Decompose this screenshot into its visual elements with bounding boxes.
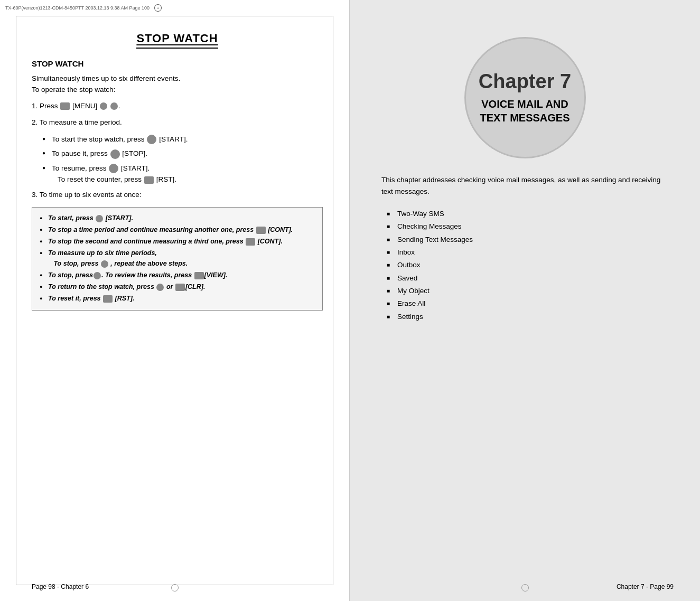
menu-icon (60, 102, 70, 110)
section-title: STOP WATCH (32, 59, 323, 68)
topic-my-object: My Object (387, 285, 668, 297)
instruction-item-7: To reset it, press [RST]. (40, 293, 315, 304)
left-page: TX-60P(verizon)1213-CDM-8450PTT 2003.12.… (0, 0, 350, 601)
cont-icon-1 (256, 227, 266, 234)
topic-sending-text: Sending Text Messages (387, 233, 668, 246)
step3: 3. To time up to six events at once: (32, 190, 323, 201)
left-page-footer: Page 98 - Chapter 6 (32, 583, 89, 590)
intro-text: Simultaneously times up to six different… (32, 73, 323, 96)
instruction-list: To start, press [START]. To stop a time … (40, 213, 315, 304)
right-page: Chapter 7 VOICE MAIL AND TEXT MESSAGES T… (350, 0, 700, 601)
bullet-item-3: To resume, press [START]. To reset the c… (42, 163, 323, 185)
registration-mark: + (154, 4, 162, 12)
crop-mark-bottom (171, 584, 179, 591)
start-icon (147, 135, 156, 144)
instruction-item-5: To stop, press. To review the results, p… (40, 270, 315, 280)
chapter-topics-list: Two-Way SMS Checking Messages Sending Te… (387, 208, 668, 323)
title-underline: STOP WATCH (136, 32, 218, 49)
step2-bullets: To start the stop watch, press [START]. … (42, 134, 323, 185)
topic-two-way-sms: Two-Way SMS (387, 208, 668, 220)
instruction-item-2: To stop a time period and continue measu… (40, 224, 315, 235)
right-content: This chapter addresses checking voice ma… (376, 174, 674, 323)
instruction-item-4: To measure up to six time periods, To st… (40, 248, 315, 269)
print-info: TX-60P(verizon)1213-CDM-8450PTT 2003.12.… (5, 5, 150, 11)
step1: 1. Press [MENU] . (32, 101, 323, 112)
topic-checking-messages: Checking Messages (387, 220, 668, 233)
rst-icon (144, 176, 154, 184)
chapter-subtitle: VOICE MAIL AND TEXT MESSAGES (480, 97, 570, 125)
instruction-item-3: To stop the second and continue measurin… (40, 236, 315, 247)
print-header: TX-60P(verizon)1213-CDM-8450PTT 2003.12.… (0, 4, 349, 12)
right-intro-text: This chapter addresses checking voice ma… (381, 174, 668, 197)
clr-icon (175, 284, 185, 291)
step2: 2. To measure a time period. (32, 117, 323, 128)
page-title: STOP WATCH (136, 32, 218, 45)
instruction-item-1: To start, press [START]. (40, 213, 315, 223)
title-section: STOP WATCH (32, 32, 323, 49)
topic-outbox: Outbox (387, 259, 668, 271)
cont-icon-2 (246, 238, 255, 246)
topic-erase-all: Erase All (387, 297, 668, 310)
stop-btn-icon (101, 260, 108, 268)
chapter-circle: Chapter 7 VOICE MAIL AND TEXT MESSAGES (464, 37, 586, 158)
bullet-item-2: To pause it, press [STOP]. (42, 148, 323, 159)
right-page-footer: Chapter 7 - Page 99 (617, 583, 674, 590)
return-icon (156, 284, 164, 291)
crop-mark-bottom-right (521, 584, 529, 591)
chapter-badge-wrapper: Chapter 7 VOICE MAIL AND TEXT MESSAGES (376, 37, 674, 158)
instruction-item-6: To return to the stop watch, press or [C… (40, 281, 315, 292)
rst-btn-icon (103, 295, 113, 303)
key-icon-1 (100, 102, 107, 110)
start-btn-icon (96, 215, 103, 222)
stop-btn-icon-2 (94, 272, 101, 279)
topic-saved: Saved (387, 272, 668, 285)
bullet-item-1: To start the stop watch, press [START]. (42, 134, 323, 145)
stop-icon (110, 149, 120, 159)
instruction-box: To start, press [START]. To stop a time … (32, 207, 323, 311)
topic-settings: Settings (387, 311, 668, 323)
key-icon-2 (110, 102, 118, 110)
view-icon (194, 272, 204, 279)
chapter-label: Chapter 7 (479, 71, 571, 93)
topic-inbox: Inbox (387, 246, 668, 259)
resume-icon (109, 164, 118, 173)
